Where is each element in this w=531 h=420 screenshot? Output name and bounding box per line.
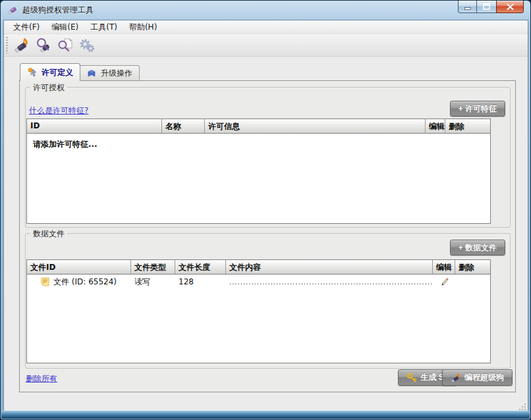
col-id: ID [27, 119, 162, 133]
window-controls [458, 1, 524, 13]
maximize-button[interactable] [477, 1, 496, 13]
license-authorization-group: 许可授权 什么是许可特征? + 许可特征 ID 名称 许可信息 编辑 删除 请添… [25, 87, 511, 228]
col-name: 名称 [162, 119, 205, 133]
tab-label: 升级操作 [101, 68, 132, 79]
license-feature-icon [27, 67, 38, 78]
menu-edit[interactable]: 编辑(E) [45, 20, 84, 34]
data-file-icon [41, 277, 49, 286]
toolbar-gripper[interactable] [6, 37, 8, 53]
close-button[interactable] [496, 1, 524, 13]
toolbar [4, 34, 528, 57]
menu-help[interactable]: 帮助(H) [123, 20, 163, 34]
menu-file[interactable]: 文件(F) [7, 20, 45, 34]
add-feature-button[interactable]: + 许可特征 [450, 101, 505, 117]
tab-label: 许可定义 [42, 67, 73, 78]
col-edit: 编辑 [433, 260, 455, 274]
data-file-table-header: 文件ID 文件类型 文件长度 文件内容 编辑 删除 [27, 260, 490, 275]
col-file-id: 文件ID [27, 260, 131, 274]
content-area: 许可定义 升级操作 许可授权 什么是许可特征? + 许可特征 [4, 57, 528, 411]
edit-pencil-icon[interactable] [439, 276, 449, 287]
file-length-cell: 128 [175, 275, 226, 289]
group-title: 许可授权 [30, 82, 67, 93]
license-definition-panel: 许可授权 什么是许可特征? + 许可特征 ID 名称 许可信息 编辑 删除 请添… [19, 80, 516, 392]
app-dongle-icon [7, 5, 18, 16]
key-icon [406, 373, 417, 383]
menu-tools[interactable]: 工具(T) [84, 20, 123, 34]
col-delete: 删除 [445, 119, 490, 133]
col-file-length: 文件长度 [175, 260, 226, 274]
delete-file-cell [455, 275, 490, 289]
license-table: ID 名称 许可信息 编辑 删除 请添加许可特征... [26, 118, 491, 224]
program-superdog-button[interactable]: 编程超级狗 [442, 369, 513, 386]
delete-all-link[interactable]: 删除所有 [26, 373, 57, 384]
tab-upgrade-operations[interactable]: 升级操作 [79, 65, 140, 81]
program-superdog-label: 编程超级狗 [464, 372, 504, 383]
window-title: 超级狗授权管理工具 [22, 5, 94, 16]
file-id-text: 文件 (ID: 65524) [53, 276, 117, 288]
col-file-type: 文件类型 [131, 260, 175, 274]
col-file-content: 文件内容 [226, 260, 433, 274]
group-title: 数据文件 [30, 228, 67, 240]
col-delete: 删除 [455, 260, 490, 274]
menubar: 文件(F) 编辑(E) 工具(T) 帮助(H) [4, 20, 528, 34]
license-table-header: ID 名称 许可信息 编辑 删除 [27, 119, 490, 134]
find-dongle-icon[interactable] [34, 36, 53, 55]
preview-icon[interactable] [55, 36, 75, 55]
tab-license-definition[interactable]: 许可定义 [20, 63, 80, 81]
upgrade-icon [86, 68, 97, 79]
client-area: 文件(F) 编辑(E) 工具(T) 帮助(H) [3, 20, 528, 411]
data-file-row[interactable]: 文件 (ID: 65524) 读写 128 ..................… [27, 275, 490, 289]
col-license-info: 许可信息 [205, 119, 426, 133]
program-dongle-icon[interactable] [12, 36, 32, 55]
data-file-group: 数据文件 + 数据文件 文件ID 文件类型 文件长度 文件内容 编辑 删除 [25, 233, 511, 369]
app-window: 超级狗授权管理工具 文件(F) 编辑(E) 工具(T) 帮助(H) [0, 0, 531, 420]
col-edit: 编辑 [426, 119, 445, 133]
add-data-file-button[interactable]: + 数据文件 [450, 240, 505, 255]
what-is-feature-link[interactable]: 什么是许可特征? [29, 105, 88, 117]
resize-grip[interactable] [518, 401, 526, 409]
file-id-cell: 文件 (ID: 65524) [27, 275, 131, 289]
file-content-cell: ........................................… [226, 275, 433, 289]
minimize-button[interactable] [458, 1, 477, 13]
titlebar[interactable]: 超级狗授权管理工具 [1, 1, 530, 20]
dongle-flame-icon [451, 373, 461, 383]
file-type-cell: 读写 [131, 275, 175, 289]
data-file-table: 文件ID 文件类型 文件长度 文件内容 编辑 删除 [26, 259, 491, 363]
settings-gears-icon[interactable] [77, 36, 97, 55]
edit-file-cell [433, 275, 455, 289]
empty-feature-message: 请添加许可特征... [27, 134, 490, 155]
